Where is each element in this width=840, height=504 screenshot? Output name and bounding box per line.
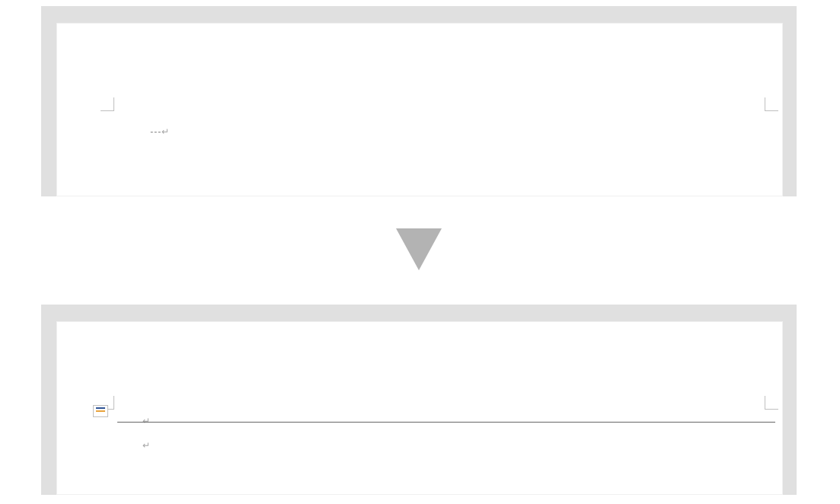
document-page-before[interactable]: ---↵ (56, 23, 783, 196)
canvas-background: ↵ ↵ (41, 306, 797, 495)
paragraph-mark-icon: ↵ (161, 126, 170, 137)
autoformat-indicator-icon[interactable] (93, 405, 108, 417)
autoformat-indicator-bars (96, 410, 105, 412)
margin-crop-top-right (765, 396, 778, 410)
transition-arrow-icon (396, 228, 442, 270)
comparison-stage: ---↵ ↵ ↵ (0, 0, 840, 504)
document-page-after[interactable]: ↵ ↵ (56, 321, 783, 495)
paragraph-below-rule[interactable]: ↵ (117, 429, 150, 461)
paragraph-mark-icon: ↵ (142, 440, 150, 451)
horizontal-rule[interactable] (117, 422, 775, 423)
paragraph-mark-icon: ↵ (142, 416, 150, 426)
margin-crop-top-left (101, 97, 114, 111)
typed-dashes-line[interactable]: ---↵ (117, 116, 170, 148)
canvas-background: ---↵ (41, 8, 797, 196)
typed-dashes-text: --- (150, 126, 161, 137)
editor-after: ↵ ↵ (41, 305, 797, 495)
editor-before: ---↵ (41, 6, 797, 196)
margin-crop-top-right (765, 97, 778, 111)
